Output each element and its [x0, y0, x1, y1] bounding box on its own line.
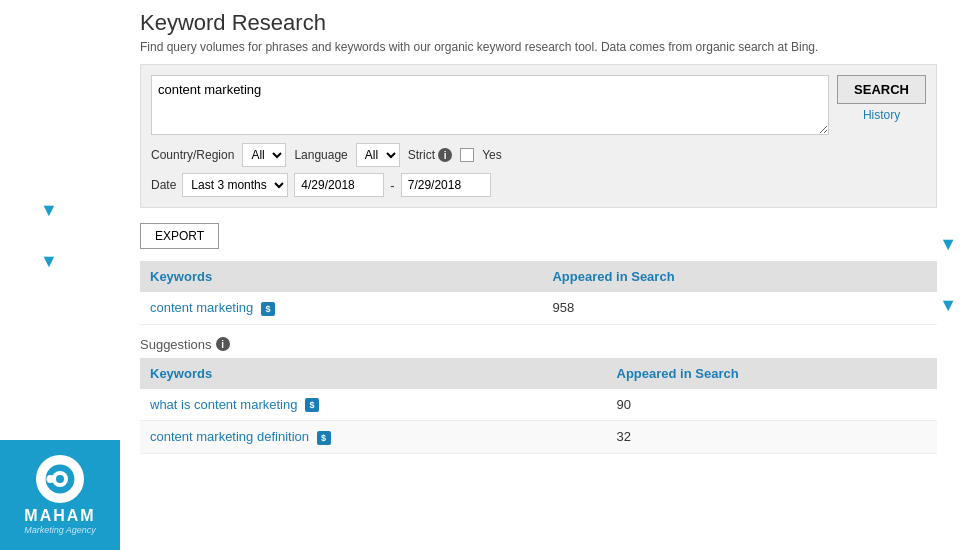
filters-row: Country/Region All Language All Strict i…	[151, 143, 926, 167]
logo-svg	[44, 463, 76, 495]
page-title: Keyword Research	[140, 10, 937, 36]
date-from-input[interactable]	[294, 173, 384, 197]
suggestions-col-keywords: Keywords	[140, 358, 607, 389]
strict-checkbox[interactable]	[460, 148, 474, 162]
main-table-header-row: Keywords Appeared in Search	[140, 261, 937, 292]
search-btn-col: SEARCH History	[837, 75, 926, 122]
suggestion-keyword-cell-1: what is content marketing $	[140, 389, 607, 421]
date-to-input[interactable]	[401, 173, 491, 197]
left-arrow-up[interactable]: ▼	[40, 200, 58, 221]
logo-area: MAHAM Marketing Agency	[0, 440, 120, 550]
keyword-badge-dollar: $	[261, 302, 275, 316]
search-row: content marketing SEARCH History	[151, 75, 926, 135]
date-separator: -	[390, 178, 394, 193]
logo-name: MAHAM	[24, 507, 95, 525]
main-col-keywords: Keywords	[140, 261, 542, 292]
left-arrow-down[interactable]: ▼	[40, 251, 58, 272]
page-description: Find query volumes for phrases and keywo…	[140, 40, 937, 54]
search-button[interactable]: SEARCH	[837, 75, 926, 104]
table-row: content marketing $ 958	[140, 292, 937, 324]
main-content: Keyword Research Find query volumes for …	[140, 0, 937, 454]
logo-icon	[36, 455, 84, 503]
logo-subtext: Marketing Agency	[24, 525, 96, 535]
country-select[interactable]: All	[242, 143, 286, 167]
export-button[interactable]: EXPORT	[140, 223, 219, 249]
main-col-appeared: Appeared in Search	[542, 261, 937, 292]
suggestion-keyword-cell-2: content marketing definition $	[140, 421, 607, 454]
search-input[interactable]: content marketing	[151, 75, 829, 135]
main-count-cell: 958	[542, 292, 937, 324]
keyword-badge-1: $	[305, 398, 319, 412]
main-results-table: Keywords Appeared in Search content mark…	[140, 261, 937, 325]
table-row: content marketing definition $ 32	[140, 421, 937, 454]
main-keyword-cell: content marketing $	[140, 292, 542, 324]
right-scroll-arrows: ▼ ▼	[939, 234, 957, 316]
language-label: Language	[294, 148, 347, 162]
date-label: Date	[151, 178, 176, 192]
suggestion-count-cell-1: 90	[607, 389, 937, 421]
keyword-link-content-marketing-definition[interactable]: content marketing definition	[150, 429, 309, 444]
strict-info-icon[interactable]: i	[438, 148, 452, 162]
history-link[interactable]: History	[863, 108, 900, 122]
table-row: what is content marketing $ 90	[140, 389, 937, 421]
suggestions-section-label: Suggestions i	[140, 337, 937, 352]
date-range-select[interactable]: Last 3 months	[182, 173, 288, 197]
suggestions-table-header-row: Keywords Appeared in Search	[140, 358, 937, 389]
date-row: Date Last 3 months -	[151, 173, 926, 197]
svg-point-2	[56, 475, 64, 483]
keyword-badge-2: $	[317, 431, 331, 445]
scroll-arrow-down[interactable]: ▼	[939, 295, 957, 316]
search-area: content marketing SEARCH History Country…	[140, 64, 937, 208]
scroll-arrow-up[interactable]: ▼	[939, 234, 957, 255]
keyword-link-what-is-content-marketing[interactable]: what is content marketing	[150, 397, 297, 412]
language-select[interactable]: All	[356, 143, 400, 167]
suggestions-table: Keywords Appeared in Search what is cont…	[140, 358, 937, 454]
yes-label: Yes	[482, 148, 502, 162]
strict-label: Strict i	[408, 148, 452, 162]
svg-point-3	[46, 475, 54, 483]
suggestions-col-appeared: Appeared in Search	[607, 358, 937, 389]
suggestions-info-icon[interactable]: i	[216, 337, 230, 351]
suggestion-count-cell-2: 32	[607, 421, 937, 454]
country-label: Country/Region	[151, 148, 234, 162]
left-scroll-arrows: ▼ ▼	[40, 200, 58, 272]
keyword-link-content-marketing[interactable]: content marketing	[150, 300, 253, 315]
